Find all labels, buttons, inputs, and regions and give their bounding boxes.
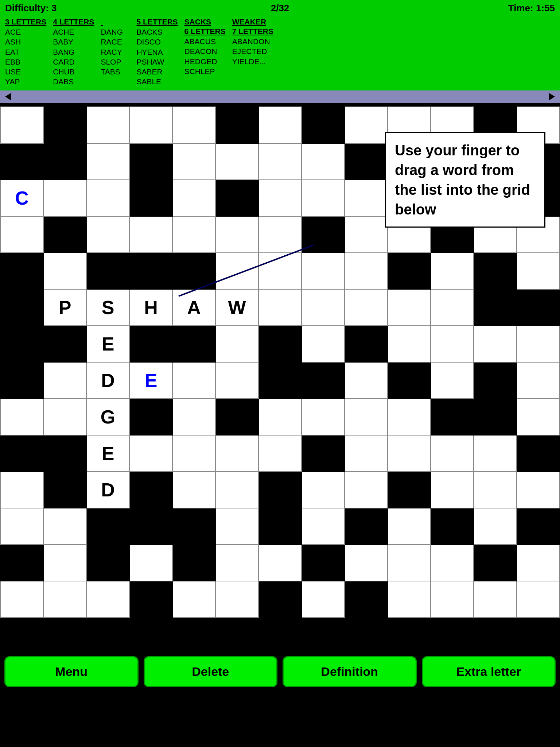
cell-7-5[interactable]: [215, 362, 258, 399]
scroll-bar[interactable]: [0, 90, 560, 103]
cell-1-5[interactable]: [215, 143, 258, 180]
cell-2-8[interactable]: [345, 180, 388, 216]
cell-4-6[interactable]: [258, 253, 302, 289]
cell-0-4[interactable]: [172, 107, 215, 143]
word-deacon[interactable]: DEACON: [184, 46, 226, 56]
cell-13-7[interactable]: [302, 581, 345, 618]
cell-10-0[interactable]: [0, 472, 43, 508]
cell-8-7[interactable]: [302, 399, 345, 435]
word-racy[interactable]: RACY: [101, 47, 130, 57]
cell-1-2[interactable]: [86, 143, 129, 180]
cell-12-10[interactable]: [431, 545, 474, 581]
word-ash[interactable]: ASH: [5, 37, 46, 47]
cell-13-12[interactable]: [517, 581, 560, 618]
word-saber[interactable]: SABER: [136, 67, 178, 77]
cell-6-2[interactable]: E: [86, 326, 129, 362]
cell-8-4[interactable]: [172, 399, 215, 435]
word-ejected[interactable]: EJECTED: [232, 46, 273, 56]
cell-5-8[interactable]: [345, 289, 388, 326]
cell-10-11[interactable]: [474, 472, 517, 508]
word-use[interactable]: USE: [5, 67, 46, 77]
cell-0-8[interactable]: [345, 107, 388, 143]
cell-2-4[interactable]: [172, 180, 215, 216]
cell-5-10[interactable]: [431, 289, 474, 326]
word-ebb[interactable]: EBB: [5, 57, 46, 67]
word-dang[interactable]: DANG: [101, 27, 130, 37]
cell-10-8[interactable]: [345, 472, 388, 508]
scroll-right-arrow[interactable]: [549, 93, 555, 100]
word-sable[interactable]: SABLE: [136, 77, 178, 86]
cell-10-5[interactable]: [215, 472, 258, 508]
cell-10-12[interactable]: [517, 472, 560, 508]
cell-13-10[interactable]: [431, 581, 474, 618]
cell-3-0[interactable]: [0, 216, 43, 253]
cell-10-7[interactable]: [302, 472, 345, 508]
cell-5-4[interactable]: A: [172, 289, 215, 326]
cell-4-8[interactable]: [345, 253, 388, 289]
word-abacus[interactable]: ABACUS: [184, 36, 226, 46]
word-tabs[interactable]: TABS: [101, 67, 130, 77]
cell-13-1[interactable]: [43, 581, 86, 618]
cell-4-7[interactable]: [302, 253, 345, 289]
cell-3-5[interactable]: [215, 216, 258, 253]
cell-6-11[interactable]: [474, 326, 517, 362]
cell-6-7[interactable]: [302, 326, 345, 362]
word-schlep[interactable]: SCHLEP: [184, 66, 226, 76]
cell-0-0[interactable]: [0, 107, 43, 143]
cell-5-3[interactable]: H: [129, 289, 172, 326]
cell-6-9[interactable]: [388, 326, 431, 362]
cell-13-0[interactable]: [0, 581, 43, 618]
cell-1-6[interactable]: [258, 143, 302, 180]
cell-9-10[interactable]: [431, 435, 474, 472]
cell-3-8[interactable]: [345, 216, 388, 253]
cell-2-0[interactable]: C: [0, 180, 43, 216]
cell-4-5[interactable]: [215, 253, 258, 289]
cell-9-11[interactable]: [474, 435, 517, 472]
word-chub[interactable]: CHUB: [53, 67, 94, 77]
word-bang[interactable]: BANG: [53, 47, 94, 57]
cell-12-6[interactable]: [258, 545, 302, 581]
cell-10-4[interactable]: [172, 472, 215, 508]
cell-11-11[interactable]: [474, 508, 517, 545]
cell-11-7[interactable]: [302, 508, 345, 545]
cell-8-1[interactable]: [43, 399, 86, 435]
word-baby[interactable]: BABY: [53, 37, 94, 47]
cell-10-10[interactable]: [431, 472, 474, 508]
word-hyena[interactable]: HYENA: [136, 47, 178, 57]
menu-button[interactable]: Menu: [4, 656, 139, 687]
cell-7-8[interactable]: [345, 362, 388, 399]
cell-7-3[interactable]: E: [129, 362, 172, 399]
extra-letter-button[interactable]: Extra letter: [422, 656, 556, 687]
word-card[interactable]: CARD: [53, 57, 94, 67]
scroll-left-arrow[interactable]: [5, 93, 11, 100]
cell-8-2[interactable]: G: [86, 399, 129, 435]
word-yielded[interactable]: YIELDE...: [232, 57, 273, 66]
cell-6-5[interactable]: [215, 326, 258, 362]
cell-13-4[interactable]: [172, 581, 215, 618]
cell-11-0[interactable]: [0, 508, 43, 545]
cell-0-6[interactable]: [258, 107, 302, 143]
delete-button[interactable]: Delete: [144, 656, 278, 687]
cell-7-4[interactable]: [172, 362, 215, 399]
cell-8-0[interactable]: [0, 399, 43, 435]
word-yap[interactable]: YAP: [5, 77, 46, 86]
cell-8-8[interactable]: [345, 399, 388, 435]
cell-7-12[interactable]: [517, 362, 560, 399]
cell-11-9[interactable]: [388, 508, 431, 545]
cell-1-7[interactable]: [302, 143, 345, 180]
cell-9-4[interactable]: [172, 435, 215, 472]
cell-6-12[interactable]: [517, 326, 560, 362]
word-disco[interactable]: DISCO: [136, 37, 178, 47]
cell-12-1[interactable]: [43, 545, 86, 581]
cell-1-4[interactable]: [172, 143, 215, 180]
cell-12-8[interactable]: [345, 545, 388, 581]
cell-13-11[interactable]: [474, 581, 517, 618]
cell-2-6[interactable]: [258, 180, 302, 216]
cell-9-9[interactable]: [388, 435, 431, 472]
cell-12-9[interactable]: [388, 545, 431, 581]
word-backs[interactable]: BACKS: [136, 27, 178, 37]
word-ace[interactable]: ACE: [5, 27, 46, 37]
cell-3-6[interactable]: [258, 216, 302, 253]
cell-5-7[interactable]: [302, 289, 345, 326]
cell-9-6[interactable]: [258, 435, 302, 472]
